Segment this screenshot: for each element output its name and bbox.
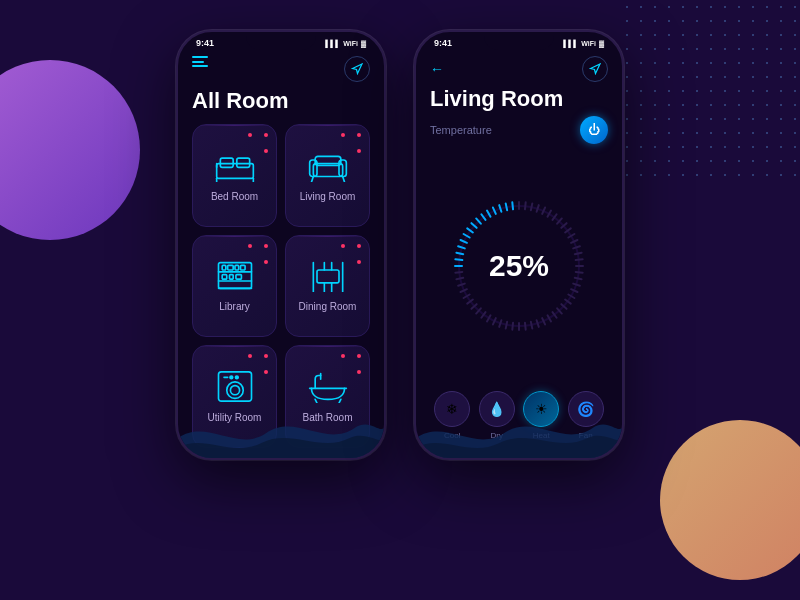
right-phone-screen: ← Living Room Temperature ⏻ [416,50,622,448]
dot-decoration [357,244,361,248]
svg-line-44 [455,259,462,260]
svg-line-101 [456,277,463,278]
location-button-right[interactable] [582,56,608,82]
page-title-left: All Room [192,88,370,114]
signal-icon-right: ▌▌▌ [563,40,578,47]
svg-line-102 [455,271,462,272]
svg-rect-20 [222,275,227,280]
dot-decoration [248,244,252,248]
dot-decoration [264,149,268,153]
room-name-bedroom: Bed Room [211,191,258,202]
room-card-livingroom[interactable]: Living Room [285,124,370,227]
dot-decoration [264,260,268,264]
phones-container: 9:41 ▌▌▌ WiFi ▓ All Room [176,30,624,460]
svg-rect-2 [220,158,233,167]
battery-icon: ▓ [361,40,366,47]
gauge-container: 25% [430,156,608,375]
status-time-left: 9:41 [196,38,214,48]
svg-point-33 [230,386,239,395]
room-card-library[interactable]: Library [192,235,277,338]
svg-line-71 [575,252,582,253]
temp-label: Temperature [430,124,492,136]
svg-rect-17 [227,266,233,271]
dot-decoration [341,354,345,358]
svg-rect-1 [216,163,253,178]
svg-line-86 [531,321,532,328]
svg-line-85 [537,320,539,327]
room-card-diningroom[interactable]: Dining Room [285,235,370,338]
svg-line-56 [506,203,507,210]
wifi-icon: WiFi [343,40,358,47]
svg-rect-19 [240,266,245,271]
left-header [192,54,370,82]
dot-decoration [341,133,345,137]
status-icons-left: ▌▌▌ WiFi ▓ [325,40,366,47]
svg-point-36 [235,376,238,379]
room-name-library: Library [219,301,250,312]
room-icon-diningroom [306,259,350,295]
svg-line-11 [311,176,313,182]
dot-decoration [357,370,361,374]
status-time-right: 9:41 [434,38,452,48]
phone-notch [246,32,316,50]
svg-line-90 [506,321,507,328]
svg-line-60 [531,203,532,210]
dot-decoration [248,354,252,358]
gauge-percent: 25% [489,249,549,283]
gauge-wrapper: 25% [444,191,594,341]
room-icon-livingroom [306,149,350,185]
svg-line-57 [512,202,513,209]
phone-notch-right [484,32,554,50]
bg-decoration-dots [620,0,800,180]
wifi-icon-right: WiFi [581,40,596,47]
svg-rect-16 [222,266,226,271]
svg-line-89 [512,322,513,329]
signal-icon: ▌▌▌ [325,40,340,47]
power-button[interactable]: ⏻ [580,116,608,144]
dot-decoration [357,260,361,264]
svg-line-91 [499,320,501,327]
svg-line-87 [525,322,526,329]
svg-line-45 [456,252,463,253]
room-card-bedroom[interactable]: Bed Room [192,124,277,227]
room-icon-library [213,259,257,295]
left-phone-screen: All Room Bed Room Living Room Library [178,50,384,448]
location-button[interactable] [344,56,370,82]
dot-decoration [264,133,268,137]
menu-button[interactable] [192,56,208,67]
svg-point-35 [229,376,232,379]
room-name-livingroom: Living Room [300,191,356,202]
dot-decoration [264,244,268,248]
wave-bottom-left [178,398,384,458]
wave-bottom-right [416,398,622,458]
svg-rect-22 [235,275,241,280]
left-phone: 9:41 ▌▌▌ WiFi ▓ All Room [176,30,386,460]
svg-rect-21 [229,275,233,280]
svg-rect-24 [317,270,339,283]
dot-decoration [357,133,361,137]
dot-decoration [341,244,345,248]
svg-marker-41 [591,64,601,74]
right-phone: 9:41 ▌▌▌ WiFi ▓ ← Living Room Temperatur… [414,30,624,460]
status-icons-right: ▌▌▌ WiFi ▓ [563,40,604,47]
page-title-right: Living Room [430,86,608,112]
right-header: ← [430,54,608,82]
bg-decoration-circle-left [0,60,140,240]
battery-icon-right: ▓ [599,40,604,47]
svg-line-72 [576,259,583,260]
svg-rect-18 [235,266,239,271]
svg-line-12 [342,176,344,182]
svg-line-59 [525,202,526,209]
svg-rect-3 [236,158,249,167]
dot-decoration [357,354,361,358]
temp-row: Temperature ⏻ [430,116,608,144]
svg-line-75 [575,277,582,278]
room-icon-bedroom [213,149,257,185]
dot-decoration [248,133,252,137]
svg-line-74 [576,271,583,272]
dot-decoration [357,149,361,153]
bg-decoration-circle-right [660,420,800,580]
dot-decoration [264,354,268,358]
back-button[interactable]: ← [430,61,444,77]
svg-point-32 [226,382,243,399]
